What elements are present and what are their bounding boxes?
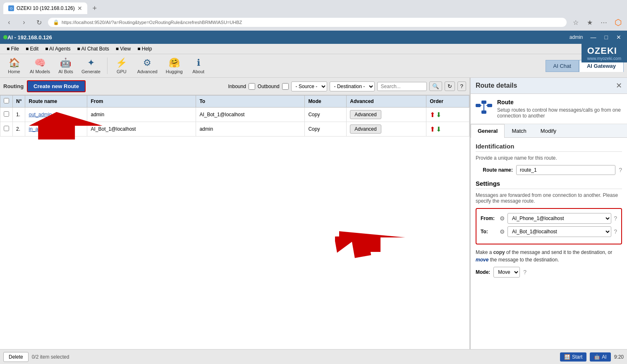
mode-label: Mode: bbox=[476, 269, 490, 275]
row1-up-arrow[interactable]: ⬆ bbox=[430, 111, 435, 119]
panel-header: Route details ✕ bbox=[471, 78, 627, 94]
toolbar-advanced-button[interactable]: ⚙ Advanced bbox=[134, 56, 161, 76]
menu-file[interactable]: ■ File bbox=[3, 45, 22, 53]
row1-name[interactable]: out_admin bbox=[25, 108, 87, 122]
lock-icon: 🔒 bbox=[53, 19, 59, 25]
search-button[interactable]: 🔍 bbox=[429, 81, 442, 91]
toolbar-hugging-button[interactable]: 🤗 Hugging bbox=[163, 56, 186, 76]
from-select[interactable]: AI_Phone_1@localhost admin AI_Bot_1@loca… bbox=[507, 213, 611, 224]
svg-rect-2 bbox=[481, 101, 486, 104]
app-titlebar: AI - 192.168.0.126 admin — □ ✕ bbox=[0, 31, 627, 44]
row2-name[interactable]: in_admin bbox=[25, 122, 87, 136]
col-route-name: Route name bbox=[25, 96, 87, 108]
menu-ai-agents[interactable]: ■ AI Agents bbox=[42, 45, 74, 53]
row1-down-arrow[interactable]: ⬇ bbox=[436, 111, 441, 119]
close-button[interactable]: ✕ bbox=[614, 33, 624, 41]
help-button[interactable]: ? bbox=[457, 81, 466, 91]
toolbar-ai-bots-button[interactable]: 🤖 AI Bots bbox=[55, 56, 77, 76]
outbound-label: Outbound bbox=[258, 84, 280, 89]
destination-select[interactable]: - Destination - bbox=[330, 81, 375, 91]
col-advanced: Advanced bbox=[347, 96, 426, 108]
start-label: Start bbox=[572, 354, 582, 360]
toolbar-about-button[interactable]: ℹ About bbox=[188, 56, 209, 76]
row1-check[interactable] bbox=[0, 108, 13, 122]
panel-close-button[interactable]: ✕ bbox=[616, 81, 622, 90]
menu-view[interactable]: ■ View bbox=[112, 45, 134, 53]
tab-general[interactable]: General bbox=[471, 124, 505, 138]
row1-from: admin bbox=[87, 108, 196, 122]
menu-help[interactable]: ■ Help bbox=[134, 45, 155, 53]
start-icon: 🪟 bbox=[564, 354, 570, 360]
delete-button[interactable]: Delete bbox=[3, 352, 29, 362]
admin-label: admin bbox=[570, 34, 583, 40]
toolbar-gpu-button[interactable]: ⚡ GPU bbox=[111, 56, 132, 76]
route-name-input[interactable] bbox=[516, 165, 615, 175]
more-icon[interactable]: ⋯ bbox=[598, 17, 610, 28]
row2-check[interactable] bbox=[0, 122, 13, 136]
menu-ai-chat-bots[interactable]: ■ AI Chat Bots bbox=[74, 45, 112, 53]
tab-modify[interactable]: Modify bbox=[534, 124, 563, 137]
toolbar-ai-models-button[interactable]: 🧠 AI Models bbox=[26, 56, 53, 76]
col-num: N° bbox=[13, 96, 25, 108]
toolbar-generate-button[interactable]: ✦ Generate bbox=[78, 56, 104, 76]
ai-button[interactable]: 🤖 AI bbox=[590, 352, 610, 362]
tab-title: OZEKI 10 (192.168.0.126) bbox=[17, 5, 75, 11]
row2-advanced[interactable]: Advanced bbox=[347, 122, 426, 136]
create-new-route-button[interactable]: Create new Route bbox=[27, 80, 86, 92]
from-help-icon[interactable]: ? bbox=[614, 215, 617, 222]
minimize-button[interactable]: — bbox=[588, 33, 599, 41]
refresh-button[interactable]: ↻ bbox=[445, 81, 455, 91]
tab-close-btn[interactable]: ✕ bbox=[77, 5, 82, 12]
detail-tabs: General Match Modify bbox=[471, 124, 627, 138]
back-button[interactable]: ‹ bbox=[3, 17, 15, 28]
ai-bots-icon: 🤖 bbox=[60, 57, 71, 68]
row1-num: 1. bbox=[13, 108, 25, 122]
menu-edit[interactable]: ■ Edit bbox=[22, 45, 42, 53]
generate-label: Generate bbox=[81, 69, 101, 74]
toolbar-home-button[interactable]: 🏠 Home bbox=[3, 56, 25, 76]
route-name-help-icon[interactable]: ? bbox=[619, 167, 622, 173]
bottom-bar: Delete 0/2 item selected 🪟 Start 🤖 AI 9:… bbox=[0, 349, 627, 364]
reload-button[interactable]: ↻ bbox=[33, 17, 45, 28]
row2-up-arrow[interactable]: ⬆ bbox=[430, 125, 435, 133]
route-icon bbox=[476, 99, 492, 118]
start-button[interactable]: 🪟 Start bbox=[560, 352, 586, 362]
col-order: Order bbox=[426, 96, 469, 108]
new-tab-button[interactable]: + bbox=[89, 2, 101, 14]
bookmark-icon[interactable]: ☆ bbox=[570, 17, 582, 28]
mode-help-icon[interactable]: ? bbox=[523, 269, 526, 275]
inbound-checkbox[interactable] bbox=[249, 83, 255, 90]
to-help-icon[interactable]: ? bbox=[614, 228, 617, 235]
browser-tab[interactable]: O OZEKI 10 (192.168.0.126) ✕ bbox=[3, 2, 87, 14]
forward-button[interactable]: › bbox=[18, 17, 30, 28]
extension-icon[interactable]: ⬡ bbox=[612, 17, 624, 28]
tab-match[interactable]: Match bbox=[505, 124, 533, 137]
mode-select[interactable]: Move Copy bbox=[493, 267, 520, 278]
route-name-row: Route name: ? bbox=[476, 165, 622, 175]
to-select[interactable]: AI_Bot_1@localhost admin AI_Phone_1@loca… bbox=[507, 226, 611, 237]
from-icon: ⚙ bbox=[500, 215, 505, 222]
outbound-checkbox[interactable] bbox=[282, 83, 289, 90]
table-row: 2. in_admin AI_Bot_1@localhost admin Cop… bbox=[0, 122, 469, 136]
gpu-icon: ⚡ bbox=[116, 57, 127, 68]
generate-icon: ✦ bbox=[87, 57, 95, 68]
search-input[interactable] bbox=[377, 82, 427, 91]
ozeki-sub: www.myozeki.com bbox=[587, 56, 621, 61]
address-bar[interactable]: 🔒 https://localhost:9520/AI/?a=Routing&t… bbox=[48, 18, 567, 27]
from-row: From: ⚙ AI_Phone_1@localhost admin AI_Bo… bbox=[481, 213, 617, 224]
about-icon: ℹ bbox=[197, 57, 200, 68]
row2-down-arrow[interactable]: ⬇ bbox=[436, 125, 441, 133]
tab-ai-chat[interactable]: AI Chat bbox=[546, 60, 579, 72]
status-dot bbox=[3, 35, 7, 39]
favorites-icon[interactable]: ★ bbox=[584, 17, 596, 28]
ozeki-logo: OZEKI bbox=[587, 46, 621, 56]
select-all-checkbox[interactable] bbox=[4, 98, 9, 103]
route-table: N° Route name From To Mode Advanced Orde… bbox=[0, 95, 469, 136]
route-desc-text: Setup routes to control how messages/cal… bbox=[497, 107, 622, 119]
source-select[interactable]: - Source - bbox=[291, 81, 327, 91]
routing-bar: Routing Create new Route Inbound Outboun… bbox=[0, 78, 469, 95]
col-check[interactable] bbox=[0, 96, 13, 108]
maximize-button[interactable]: □ bbox=[602, 33, 610, 41]
row1-advanced[interactable]: Advanced bbox=[347, 108, 426, 122]
about-label: About bbox=[192, 69, 204, 74]
